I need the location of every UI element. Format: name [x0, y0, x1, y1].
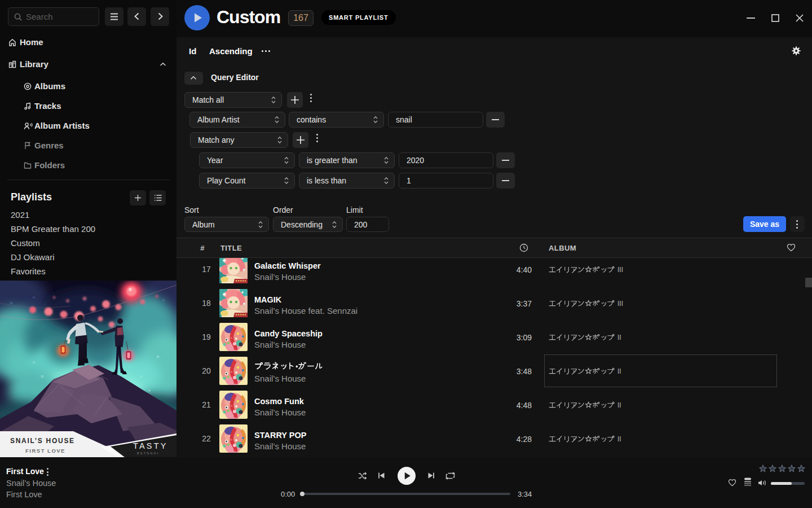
- svg-text:SNAIL’S HOUSE: SNAIL’S HOUSE: [10, 437, 75, 445]
- svg-text:II: II: [617, 401, 621, 409]
- svg-text:FIRST LOVE: FIRST LOVE: [25, 448, 65, 454]
- svg-text:II: II: [617, 367, 621, 375]
- svg-text:III: III: [617, 266, 623, 274]
- svg-text:II: II: [617, 334, 621, 341]
- svg-text:II: II: [617, 435, 621, 443]
- svg-text:TASTY: TASTY: [133, 441, 168, 450]
- svg-text:BSTNNXI: BSTNNXI: [137, 452, 159, 455]
- svg-text:III: III: [617, 300, 623, 308]
